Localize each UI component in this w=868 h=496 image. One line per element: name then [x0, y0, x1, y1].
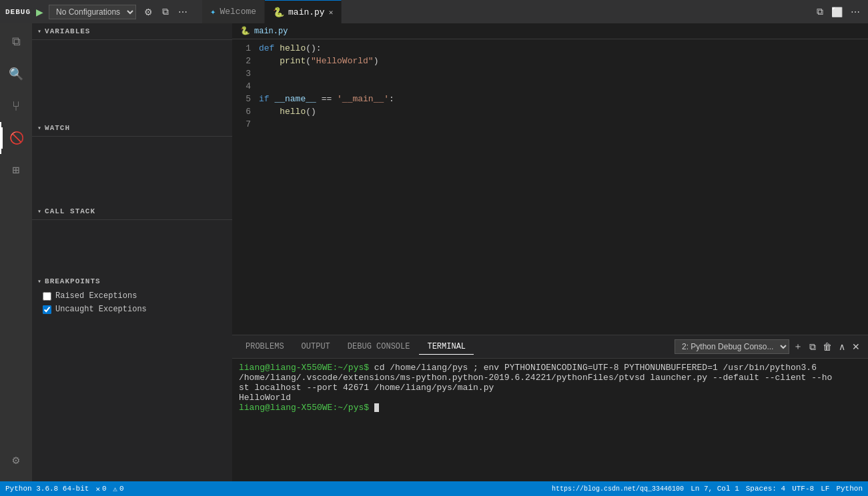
welcome-icon: ✦	[210, 6, 215, 17]
tab-output-label: OUTPUT	[302, 342, 330, 351]
breakpoints-label: BREAKPOINTS	[45, 277, 101, 285]
activity-bar: ⧉ 🔍 ⑂ 🚫 ⊞ ⚙	[0, 23, 32, 481]
callstack-content	[32, 220, 232, 273]
variables-arrow: ▾	[37, 27, 42, 35]
terminal-prompt-1: liang@liang-X550WE:~/pys$	[239, 363, 369, 373]
line-num-4: 4	[232, 80, 259, 93]
top-right-icons: ⧉ ⬜ ⋯	[814, 5, 863, 19]
terminal-hello-world: HelloWorld	[239, 393, 291, 403]
config-select[interactable]: No Configurations	[49, 5, 136, 19]
line-content-2: print("HelloWorld")	[259, 55, 378, 67]
status-language[interactable]: Python	[836, 485, 863, 493]
debug-settings-button[interactable]: ⚙	[141, 5, 155, 19]
activity-extensions[interactable]: ⊞	[0, 154, 32, 186]
activity-debug[interactable]: 🚫	[0, 122, 32, 154]
tab-debug-console-label: DEBUG CONSOLE	[348, 342, 410, 351]
code-line-3: 3	[232, 67, 868, 80]
terminal-chevron-up-button[interactable]: ∧	[836, 340, 848, 353]
terminal-content[interactable]: liang@liang-X550WE:~/pys$ cd /home/liang…	[232, 359, 868, 481]
terminal-close-button[interactable]: ✕	[849, 340, 863, 353]
top-debug-icons: ⚙ ⧉ ⋯	[141, 5, 190, 19]
terminal-add-button[interactable]: ＋	[791, 339, 805, 354]
code-line-6: 6 hello()	[232, 105, 868, 118]
raised-exceptions-checkbox[interactable]	[43, 292, 51, 301]
activity-files[interactable]: ⧉	[0, 26, 32, 58]
tab-output[interactable]: OUTPUT	[294, 339, 338, 354]
split-editor-button[interactable]: ⧉	[814, 5, 826, 19]
code-line-1: 1 def hello():	[232, 42, 868, 55]
breakpoints-arrow: ▾	[37, 277, 42, 285]
watch-label: WATCH	[45, 124, 70, 132]
status-encoding[interactable]: UTF-8	[792, 485, 814, 493]
status-ln-col[interactable]: Ln 7, Col 1	[691, 485, 739, 493]
debug-split-button[interactable]: ⧉	[159, 5, 171, 19]
activity-settings[interactable]: ⚙	[0, 444, 32, 476]
tab-debug-console[interactable]: DEBUG CONSOLE	[340, 339, 418, 354]
callstack-label: CALL STACK	[45, 207, 95, 215]
tab-main-py[interactable]: 🐍 main.py ✕	[265, 0, 342, 23]
status-line-ending[interactable]: LF	[821, 485, 829, 493]
breakpoint-raised: Raised Exceptions	[32, 289, 232, 303]
editor-file-header: 🐍 main.py	[232, 23, 868, 39]
activity-git[interactable]: ⑂	[0, 90, 32, 122]
editor-area: 🐍 main.py 1 def hello(): 2 print("HelloW…	[232, 23, 868, 481]
tab-bar: ✦ Welcome 🐍 main.py ✕	[202, 0, 809, 23]
terminal-tabs: PROBLEMS OUTPUT DEBUG CONSOLE TERMINAL 2…	[232, 335, 868, 359]
python-icon: 🐍	[273, 7, 284, 18]
activity-search[interactable]: 🔍	[0, 58, 32, 90]
layout-button[interactable]: ⬜	[829, 5, 845, 19]
tab-problems[interactable]: PROBLEMS	[238, 339, 292, 354]
breakpoints-content: Raised Exceptions Uncaught Exceptions	[32, 289, 232, 316]
status-spaces[interactable]: Spaces: 4	[746, 485, 785, 493]
top-bar: DEBUG ▶ No Configurations ⚙ ⧉ ⋯ ✦ Welcom…	[0, 0, 868, 23]
line-num-7: 7	[232, 118, 259, 131]
debug-more-button[interactable]: ⋯	[175, 5, 190, 19]
line-num-3: 3	[232, 67, 259, 80]
tab-welcome-label: Welcome	[220, 7, 256, 17]
terminal-split-button[interactable]: ⧉	[807, 340, 819, 354]
uncaught-exceptions-checkbox[interactable]	[43, 305, 51, 314]
uncaught-exceptions-label: Uncaught Exceptions	[55, 305, 147, 314]
watch-arrow: ▾	[37, 124, 42, 132]
side-panel: ▾ VARIABLES ▾ WATCH ▾ CALL STACK ▾ BREAK…	[32, 23, 232, 481]
terminal-trash-button[interactable]: 🗑	[820, 340, 835, 353]
code-line-2: 2 print("HelloWorld")	[232, 55, 868, 67]
tab-welcome[interactable]: ✦ Welcome	[202, 0, 265, 23]
terminal-cmd-2: st localhost --port 42671 /home/liang/py…	[239, 383, 494, 393]
status-bar: Python 3.6.8 64-bit ✕ 0 ⚠ 0 https://blog…	[0, 481, 868, 496]
variables-label: VARIABLES	[45, 27, 90, 35]
editor-filename: main.py	[254, 27, 288, 36]
status-warning-count: 0	[119, 485, 124, 493]
terminal-line-3: liang@liang-X550WE:~/pys$	[239, 403, 861, 413]
watch-content	[32, 137, 232, 203]
tab-terminal[interactable]: TERMINAL	[419, 339, 474, 355]
terminal-console-select[interactable]: 2: Python Debug Conso...	[675, 339, 789, 354]
variables-header[interactable]: ▾ VARIABLES	[32, 23, 232, 40]
more-actions-button[interactable]: ⋯	[848, 5, 863, 19]
terminal-output-1: HelloWorld	[239, 393, 861, 403]
terminal-line-2: st localhost --port 42671 /home/liang/py…	[239, 383, 861, 393]
status-url[interactable]: https://blog.csdn.net/qq_33446100	[552, 485, 684, 493]
status-python-version[interactable]: Python 3.6.8 64-bit	[5, 485, 89, 493]
code-line-7: 7	[232, 118, 868, 131]
debug-label: DEBUG	[5, 8, 31, 16]
breakpoints-header[interactable]: ▾ BREAKPOINTS	[32, 273, 232, 289]
tab-close-button[interactable]: ✕	[329, 8, 334, 17]
line-num-5: 5	[232, 93, 259, 105]
status-left: Python 3.6.8 64-bit ✕ 0 ⚠ 0	[5, 485, 124, 493]
run-button[interactable]: ▶	[36, 7, 43, 17]
terminal-panel: PROBLEMS OUTPUT DEBUG CONSOLE TERMINAL 2…	[232, 335, 868, 481]
status-errors-warnings[interactable]: ✕ 0 ⚠ 0	[95, 485, 123, 493]
line-content-1: def hello():	[259, 42, 322, 55]
line-content-6: hello()	[259, 105, 316, 118]
callstack-arrow: ▾	[37, 207, 42, 215]
file-python-icon: 🐍	[240, 26, 250, 36]
terminal-prompt-2: liang@liang-X550WE:~/pys$	[239, 403, 369, 413]
tab-main-py-label: main.py	[288, 7, 325, 17]
watch-header[interactable]: ▾ WATCH	[32, 120, 232, 137]
callstack-header[interactable]: ▾ CALL STACK	[32, 203, 232, 220]
terminal-cursor	[374, 403, 379, 412]
variables-content	[32, 40, 232, 120]
code-editor[interactable]: 1 def hello(): 2 print("HelloWorld") 3 4…	[232, 39, 868, 335]
line-content-5: if __name__ == '__main__':	[259, 93, 394, 105]
